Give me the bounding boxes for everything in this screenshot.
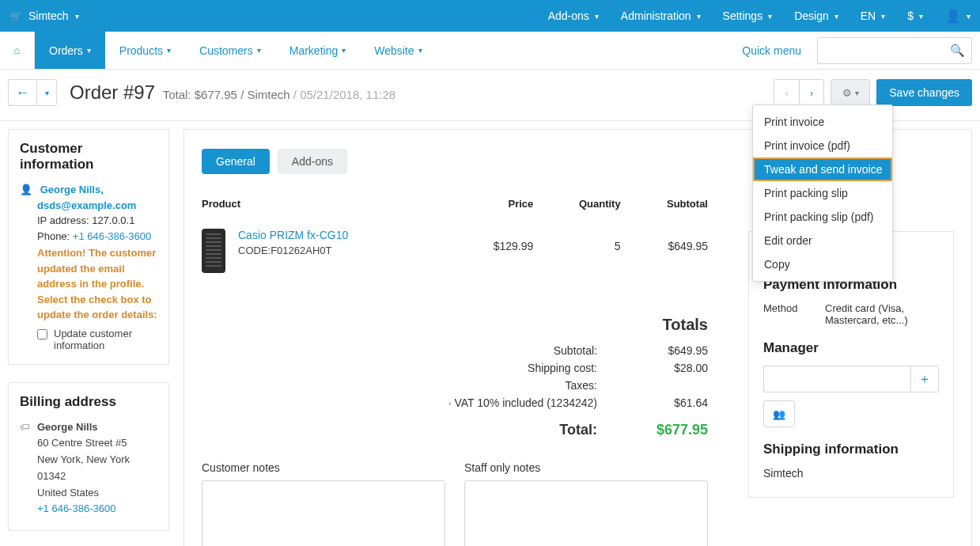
menu-print-invoice[interactable]: Print invoice xyxy=(753,110,892,134)
gear-dropdown: Print invoice Print invoice (pdf) Tweak … xyxy=(752,104,893,282)
cell-price: $129.99 xyxy=(446,229,533,252)
chevron-right-icon: › xyxy=(810,87,813,99)
pager-next[interactable]: › xyxy=(799,79,824,106)
chevron-down-icon xyxy=(881,12,885,21)
customer-info-heading: Customer information xyxy=(20,141,157,173)
manager-input[interactable] xyxy=(763,366,910,392)
subtotal-value: $649.95 xyxy=(645,344,708,357)
chevron-left-icon: ‹ xyxy=(785,87,789,99)
total-label: Total: xyxy=(360,422,597,438)
menu-print-packing-slip[interactable]: Print packing slip xyxy=(753,181,892,205)
billing-zip: 01342 xyxy=(20,468,157,485)
brand-label: Simtech xyxy=(28,9,69,22)
table-row: Casio PRIZM fx-CG10 CODE:F01262AH0T $129… xyxy=(202,218,708,284)
chevron-down-icon xyxy=(45,89,49,97)
nav-home[interactable]: ⌂ xyxy=(0,32,35,69)
pager-prev[interactable]: ‹ xyxy=(774,79,799,106)
nav-products[interactable]: Products xyxy=(105,32,185,69)
top-menu-settings[interactable]: Settings xyxy=(723,9,773,22)
vat-label: · VAT 10% included (1234242) xyxy=(360,396,597,409)
shipping-label: Shipping cost: xyxy=(360,362,597,374)
brand-menu[interactable]: Simtech xyxy=(28,9,79,22)
page-title: Order #97 xyxy=(70,82,155,103)
top-menu-language[interactable]: EN xyxy=(861,9,885,22)
customer-notes-label: Customer notes xyxy=(202,461,445,474)
customer-email-link[interactable]: dsds@example.com xyxy=(37,199,136,211)
col-subtotal: Subtotal xyxy=(621,198,708,210)
nav-marketing[interactable]: Marketing xyxy=(275,32,360,69)
chevron-down-icon xyxy=(167,46,171,55)
gear-icon: ⚙ xyxy=(842,87,852,99)
customer-phone-link[interactable]: +1 646-386-3600 xyxy=(73,230,151,242)
nav-customers[interactable]: Customers xyxy=(185,32,275,69)
vat-value: $61.64 xyxy=(645,396,708,409)
product-code: CODE:F01262AH0T xyxy=(238,245,348,256)
tab-general[interactable]: General xyxy=(202,149,270,174)
top-menu-currency[interactable]: $ xyxy=(907,9,923,22)
tag-icon: 🏷 xyxy=(20,419,31,436)
top-menu-administration[interactable]: Administration xyxy=(621,9,701,22)
customer-name-link[interactable]: George Nills xyxy=(40,184,101,195)
menu-print-packing-slip-pdf[interactable]: Print packing slip (pdf) xyxy=(753,205,892,229)
users-button[interactable]: 👥 xyxy=(763,400,795,427)
topbar: 🛒 Simtech Add-ons Administration Setting… xyxy=(0,0,980,32)
nav-orders[interactable]: Orders xyxy=(35,32,105,69)
add-manager-button[interactable]: ＋ xyxy=(910,366,939,392)
quick-menu[interactable]: Quick menu xyxy=(742,44,801,57)
plus-icon: ＋ xyxy=(918,371,931,388)
chevron-down-icon xyxy=(768,12,772,21)
staff-notes-input[interactable] xyxy=(464,480,708,546)
col-price: Price xyxy=(446,198,533,210)
taxes-label: Taxes: xyxy=(360,379,597,392)
billing-panel: Billing address 🏷George Nills 60 Centre … xyxy=(8,382,169,532)
staff-notes-label: Staff only notes xyxy=(464,461,708,474)
update-customer-label: Update customer information xyxy=(54,328,157,351)
chevron-down-icon xyxy=(595,12,599,21)
menu-tweak-send-invoice[interactable]: Tweak and send invoice xyxy=(753,157,892,181)
billing-phone-link[interactable]: +1 646-386-3600 xyxy=(37,502,115,514)
tab-addons[interactable]: Add-ons xyxy=(278,149,347,174)
back-dropdown[interactable] xyxy=(36,79,57,106)
col-product: Product xyxy=(202,198,446,210)
billing-country: United States xyxy=(20,485,157,502)
chevron-down-icon xyxy=(697,12,701,21)
payment-method-value: Credit card (Visa, Mastercard, etc...) xyxy=(825,302,939,326)
arrow-left-icon: ← xyxy=(16,85,30,101)
search-button[interactable]: 🔍 xyxy=(944,37,972,64)
home-icon: ⌂ xyxy=(14,44,21,56)
page-subtitle: Total: $677.95 / Simtech / 05/21/2018, 1… xyxy=(163,88,395,101)
attention-label: Attention! xyxy=(37,247,85,259)
top-menu-addons[interactable]: Add-ons xyxy=(548,9,599,22)
cart-icon: 🛒 xyxy=(9,10,22,22)
shipping-value: $28.00 xyxy=(645,362,708,374)
menu-edit-order[interactable]: Edit order xyxy=(753,229,892,252)
billing-heading: Billing address xyxy=(20,394,157,410)
update-customer-checkbox[interactable] xyxy=(37,329,47,339)
chevron-down-icon xyxy=(418,46,422,55)
main-nav: ⌂ Orders Products Customers Marketing We… xyxy=(0,32,980,70)
totals-heading: Totals xyxy=(202,316,708,334)
manager-heading: Manager xyxy=(763,340,939,356)
chevron-down-icon xyxy=(855,89,859,97)
billing-line2: New York, New York xyxy=(20,452,157,468)
search-input[interactable] xyxy=(817,37,944,64)
nav-website[interactable]: Website xyxy=(360,32,436,69)
product-name-link[interactable]: Casio PRIZM fx-CG10 xyxy=(238,229,348,241)
col-quantity: Quantity xyxy=(533,198,620,210)
user-icon: 👤 xyxy=(20,182,31,198)
menu-print-invoice-pdf[interactable]: Print invoice (pdf) xyxy=(753,134,892,157)
product-thumbnail xyxy=(202,229,225,273)
payment-method-label: Method xyxy=(763,302,811,326)
gear-menu-button[interactable]: ⚙ xyxy=(831,79,870,106)
top-menu-design[interactable]: Design xyxy=(794,9,838,22)
back-button[interactable]: ← xyxy=(8,79,36,106)
billing-name: George Nills xyxy=(37,421,98,433)
menu-copy[interactable]: Copy xyxy=(753,252,892,276)
subtotal-label: Subtotal: xyxy=(360,344,597,357)
chevron-down-icon xyxy=(87,46,91,55)
chevron-down-icon xyxy=(342,46,346,55)
customer-notes-input[interactable] xyxy=(202,480,445,546)
top-menu-user[interactable]: 👤 xyxy=(945,9,971,24)
chevron-down-icon xyxy=(75,12,79,21)
save-button[interactable]: Save changes xyxy=(876,79,972,106)
